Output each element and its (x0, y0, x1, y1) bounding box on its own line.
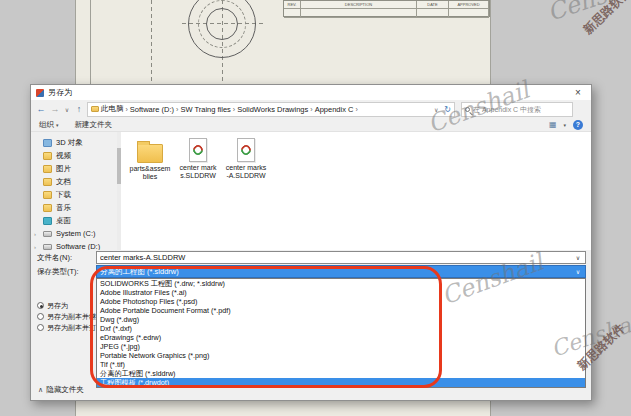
desktop: REV. DESCRIPTION DATE APPROVED Censhail … (0, 0, 631, 416)
filename-dropdown-icon[interactable]: ∨ (572, 254, 584, 261)
up-icon[interactable]: ↑ (73, 104, 85, 114)
close-icon[interactable]: × (565, 85, 591, 100)
sidebar-item-music[interactable]: 音乐 (31, 201, 117, 214)
sidebar-item-documents[interactable]: 文档 (31, 175, 117, 188)
revision-table-header: REV. (284, 1, 301, 9)
sidebar-item-software-d[interactable]: › Software (D:) (31, 240, 117, 250)
folder-icon (91, 106, 99, 112)
type-option-solidworks-drawing[interactable]: SOLIDWORKS 工程图 (*.drw; *.slddrw) (97, 279, 585, 288)
sidebar-item-system-c[interactable]: › System (C:) (31, 227, 117, 240)
sheet-frame-line (90, 0, 91, 84)
breadcrumb-this-pc[interactable]: 此电脑 (101, 104, 124, 114)
3d-objects-icon (43, 139, 52, 147)
pictures-icon (43, 165, 52, 173)
breadcrumb-separator-icon[interactable]: › (310, 106, 312, 113)
search-box[interactable] (461, 102, 573, 117)
solidworks-logo-icon (239, 143, 253, 157)
type-option-tif[interactable]: Tif (*.tif) (97, 360, 585, 369)
solidworks-logo-icon (191, 143, 205, 157)
revision-table-cell (417, 9, 449, 18)
collapse-icon: ∧ (38, 386, 43, 394)
view-mode-icon[interactable]: ▦ (549, 120, 557, 129)
sidebar-item-desktop[interactable]: 桌面 (31, 214, 117, 227)
sidebar-item-label: 下载 (56, 190, 71, 200)
revision-table-cell (449, 9, 489, 18)
sidebar-item-3d-objects[interactable]: 3D 对象 (31, 136, 117, 149)
sidebar-item-label: 桌面 (56, 216, 71, 226)
radio-save-copy-open[interactable]: 另存为副本并打开 (37, 323, 103, 332)
sidebar-scrollbar[interactable] (117, 132, 121, 250)
breadcrumb-sw-traing-files[interactable]: SW Traing files (180, 105, 230, 114)
type-option-psd[interactable]: Adobe Photoshop Files (*.psd) (97, 297, 585, 306)
scrollbar-thumb[interactable] (117, 148, 121, 184)
savetype-row: 保存类型(T): 分离的工程图 (*.slddrw) ∨ (31, 265, 591, 278)
help-icon[interactable]: ? (573, 120, 583, 130)
chevron-down-icon: ▾ (56, 122, 59, 128)
type-option-pdf[interactable]: Adobe Portable Document Format (*.pdf) (97, 306, 585, 315)
savetype-label: 保存类型(T): (37, 267, 96, 277)
breadcrumb-separator-icon[interactable]: › (176, 106, 178, 113)
sidebar-item-pictures[interactable]: 图片 (31, 162, 117, 175)
desktop-icon (43, 217, 52, 225)
organize-label: 组织 (39, 120, 54, 130)
breadcrumb-separator-icon[interactable]: › (233, 106, 235, 113)
type-option-detached-drawing[interactable]: 分离的工程图 (*.slddrw) (97, 369, 585, 378)
savetype-dropdown-icon[interactable]: ∨ (572, 268, 584, 275)
breadcrumb-separator-icon[interactable]: › (126, 106, 128, 113)
back-icon[interactable]: ← (35, 104, 47, 114)
new-folder-button[interactable]: 新建文件夹 (75, 120, 113, 130)
filename-combobox[interactable]: ∨ (96, 251, 586, 264)
expand-chevron-icon[interactable]: › (34, 231, 39, 237)
savetype-value: 分离的工程图 (*.slddrw) (100, 267, 179, 277)
type-option-ai[interactable]: Adobe Illustrator Files (*.ai) (97, 288, 585, 297)
navigation-pane: 3D 对象 视频 图片 文档 下载 (31, 132, 117, 250)
sidebar-item-label: 3D 对象 (56, 138, 83, 148)
sidebar-item-downloads[interactable]: 下载 (31, 188, 117, 201)
refresh-icon[interactable]: ↻ (444, 105, 451, 114)
dialog-body: 3D 对象 视频 图片 文档 下载 (31, 132, 591, 250)
radio-save-copy-continue[interactable]: 另存为副本并继续 (37, 312, 103, 321)
radio-icon (37, 313, 44, 320)
file-item-folder[interactable]: parts&assemblies (129, 138, 171, 181)
radio-label: 另存为 (47, 301, 68, 311)
type-option-drawing-template[interactable]: 工程图模板 (*.drwdot) (97, 378, 585, 387)
revision-table-cell (284, 9, 301, 18)
view-mode-chevron-icon[interactable]: ▾ (563, 122, 566, 128)
type-option-jpeg[interactable]: JPEG (*.jpg) (97, 342, 585, 351)
drive-icon (43, 244, 52, 250)
sidebar-item-label: 图片 (56, 164, 71, 174)
filename-input[interactable] (100, 253, 572, 262)
history-chevron-icon[interactable]: ∨ (63, 106, 71, 113)
type-option-edrawings[interactable]: eDrawings (*.edrw) (97, 333, 585, 342)
savetype-combobox[interactable]: 分离的工程图 (*.slddrw) ∨ (96, 265, 586, 278)
address-dropdown-icon[interactable]: ∨ (432, 106, 440, 113)
address-bar[interactable]: 此电脑 › Software (D:) › SW Traing files › … (87, 102, 455, 117)
new-folder-label: 新建文件夹 (75, 120, 113, 130)
cad-circle-inner (206, 8, 238, 40)
dialog-titlebar: 另存为 × (31, 85, 591, 100)
search-input[interactable] (473, 106, 569, 113)
slddrw-file-icon (189, 138, 207, 162)
file-item-drawing[interactable]: center marks-A.SLDDRW (225, 138, 267, 180)
organize-button[interactable]: 组织 ▾ (39, 120, 59, 130)
breadcrumb-separator-icon[interactable]: › (355, 106, 357, 113)
folder-icon (137, 144, 163, 163)
radio-save-as[interactable]: 另存为 (37, 301, 103, 310)
sidebar-item-videos[interactable]: 视频 (31, 149, 117, 162)
file-name: center marks.SLDDRW (177, 164, 219, 180)
revision-table: REV. DESCRIPTION DATE APPROVED (283, 0, 490, 17)
breadcrumb-software-d[interactable]: Software (D:) (130, 105, 174, 114)
save-options: 另存为 另存为副本并继续 另存为副本并打开 (37, 301, 103, 332)
type-option-dwg[interactable]: Dwg (*.dwg) (97, 315, 585, 324)
breadcrumb-appendix-c[interactable]: Appendix C (315, 105, 354, 114)
dialog-title: 另存为 (48, 87, 72, 98)
sidebar-item-label: 音乐 (56, 203, 71, 213)
documents-icon (43, 178, 52, 186)
breadcrumb-solidworks-drawings[interactable]: SolidWorks Drawings (237, 105, 308, 114)
file-item-drawing[interactable]: center marks.SLDDRW (177, 138, 219, 180)
type-option-dxf[interactable]: Dxf (*.dxf) (97, 324, 585, 333)
expand-chevron-icon[interactable]: › (34, 244, 39, 250)
type-option-png[interactable]: Portable Network Graphics (*.png) (97, 351, 585, 360)
hide-folders-button[interactable]: ∧ 隐藏文件夹 (38, 385, 84, 395)
forward-icon[interactable]: → (49, 104, 61, 114)
